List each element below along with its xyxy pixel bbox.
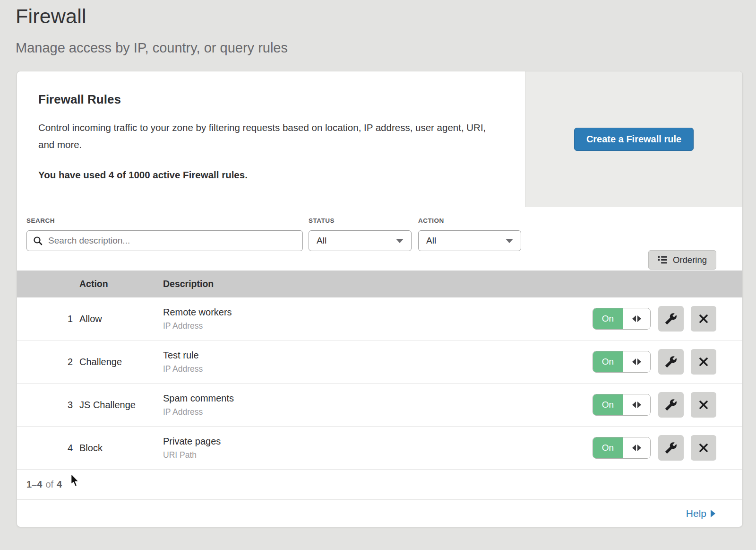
edit-rule-button[interactable]: [658, 392, 684, 418]
rule-enabled-toggle[interactable]: On: [593, 394, 651, 416]
help-bar: Help: [17, 499, 742, 527]
toggle-on-label: On: [593, 437, 623, 458]
rule-field-type: IP Address: [163, 364, 593, 374]
ordering-button-label: Ordering: [673, 255, 707, 265]
rule-controls: On: [593, 435, 742, 461]
search-filter-group: SEARCH: [26, 217, 309, 251]
search-input[interactable]: [47, 235, 296, 246]
rules-info-section: Firewall Rules Control incoming traffic …: [17, 71, 742, 207]
rule-enabled-toggle[interactable]: On: [593, 437, 651, 459]
table-row: 1 Allow Remote workers IP Address On: [17, 297, 742, 340]
delete-rule-button[interactable]: [691, 306, 716, 332]
rule-enabled-toggle[interactable]: On: [593, 308, 651, 330]
rule-field-type: IP Address: [163, 407, 593, 417]
page-title: Firewall: [16, 5, 737, 28]
table-header: Action Description: [17, 271, 742, 297]
toggle-arrows-icon: [623, 394, 650, 415]
rule-controls: On: [593, 349, 742, 375]
help-arrow-icon: [711, 510, 715, 517]
search-label: SEARCH: [26, 217, 309, 224]
rules-description: Control incoming traffic to your zone by…: [38, 119, 487, 153]
wrench-icon: [665, 313, 677, 325]
rule-priority: 1: [17, 314, 79, 324]
action-column-header: Action: [79, 279, 163, 289]
toggle-on-label: On: [593, 351, 623, 372]
status-filter-group: STATUS All: [309, 217, 418, 251]
status-selected-value: All: [317, 236, 326, 246]
pagination-range: 1–4: [26, 479, 42, 490]
rule-field-type: IP Address: [163, 321, 593, 331]
help-link[interactable]: Help: [686, 508, 715, 519]
close-icon: [698, 442, 709, 454]
pagination-of: of: [45, 479, 53, 490]
action-select[interactable]: All: [418, 230, 521, 251]
wrench-icon: [665, 356, 677, 368]
rule-description-cell: Test rule IP Address: [163, 350, 593, 374]
filter-bar: SEARCH STATUS All ACTION All: [17, 207, 742, 271]
pagination-summary: 1–4 of 4: [17, 470, 742, 499]
delete-rule-button[interactable]: [691, 392, 716, 418]
rule-controls: On: [593, 306, 742, 332]
rule-priority: 4: [17, 443, 79, 454]
rule-action: JS Challenge: [79, 400, 163, 410]
ordering-button[interactable]: Ordering: [648, 250, 716, 270]
rule-description: Remote workers: [163, 307, 593, 318]
wrench-icon: [665, 399, 677, 411]
toggle-arrows-icon: [623, 351, 650, 372]
action-label: ACTION: [418, 217, 528, 224]
ordered-list-icon: [658, 255, 668, 264]
rule-enabled-toggle[interactable]: On: [593, 351, 651, 373]
rule-description: Spam comments: [163, 393, 593, 404]
delete-rule-button[interactable]: [691, 435, 716, 461]
rule-description: Private pages: [163, 436, 593, 447]
close-icon: [698, 356, 709, 367]
firewall-rules-card: Firewall Rules Control incoming traffic …: [17, 71, 743, 527]
page-subtitle: Manage access by IP, country, or query r…: [16, 40, 737, 56]
toggle-on-label: On: [593, 308, 623, 329]
rule-description-cell: Spam comments IP Address: [163, 393, 593, 417]
edit-rule-button[interactable]: [658, 435, 684, 461]
chevron-down-icon: [396, 239, 404, 243]
delete-rule-button[interactable]: [691, 349, 716, 375]
description-column-header: Description: [163, 279, 742, 289]
rule-controls: On: [593, 392, 742, 418]
table-row: 4 Block Private pages URI Path On: [17, 427, 742, 470]
edit-rule-button[interactable]: [658, 306, 684, 332]
create-firewall-rule-button[interactable]: Create a Firewall rule: [574, 128, 694, 151]
rule-description-cell: Private pages URI Path: [163, 436, 593, 460]
rules-usage-count: You have used 4 of 1000 active Firewall …: [38, 169, 497, 181]
close-icon: [698, 399, 709, 410]
chevron-down-icon: [506, 239, 513, 243]
rule-priority: 2: [17, 357, 79, 367]
close-icon: [698, 313, 709, 324]
action-selected-value: All: [426, 236, 436, 246]
table-row: 2 Challenge Test rule IP Address On: [17, 340, 742, 384]
table-row: 3 JS Challenge Spam comments IP Address …: [17, 384, 742, 427]
rule-priority: 3: [17, 400, 79, 410]
rule-description-cell: Remote workers IP Address: [163, 307, 593, 331]
action-filter-group: ACTION All: [418, 217, 528, 251]
status-label: STATUS: [309, 217, 418, 224]
rules-info-text: Firewall Rules Control incoming traffic …: [17, 71, 525, 207]
wrench-icon: [665, 442, 677, 454]
toggle-arrows-icon: [623, 308, 650, 329]
rule-action: Challenge: [79, 357, 163, 367]
rules-heading: Firewall Rules: [38, 92, 497, 107]
rule-field-type: URI Path: [163, 450, 593, 460]
edit-rule-button[interactable]: [658, 349, 684, 375]
rule-action: Allow: [79, 314, 163, 324]
toggle-arrows-icon: [623, 437, 650, 458]
page-header: Firewall Manage access by IP, country, o…: [0, 0, 756, 56]
toggle-on-label: On: [593, 394, 623, 415]
search-box[interactable]: [26, 230, 303, 251]
rule-action: Block: [79, 443, 163, 454]
help-link-label: Help: [686, 508, 706, 519]
create-rule-panel: Create a Firewall rule: [525, 71, 742, 207]
rule-description: Test rule: [163, 350, 593, 361]
search-icon: [33, 236, 43, 245]
pagination-total: 4: [57, 479, 62, 490]
status-select[interactable]: All: [309, 230, 412, 251]
